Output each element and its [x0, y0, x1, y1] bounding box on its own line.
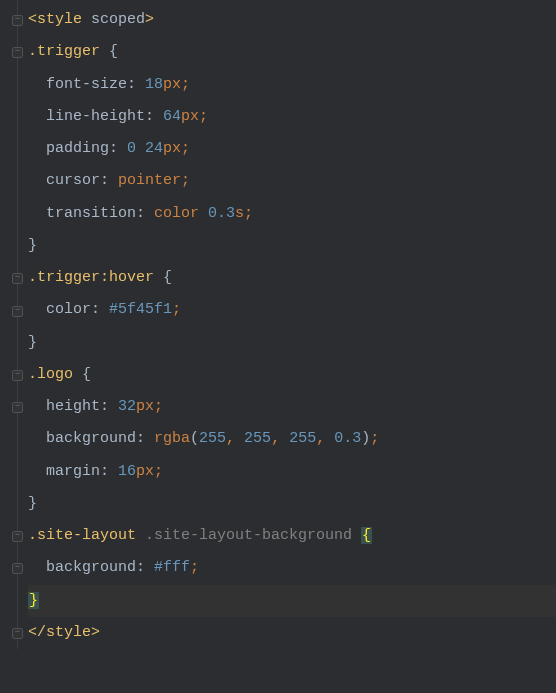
- code-line[interactable]: font-size: 18px;: [28, 69, 556, 101]
- unit: s: [235, 205, 244, 222]
- code-line[interactable]: }: [28, 327, 556, 359]
- gutter: [0, 4, 24, 653]
- fold-icon[interactable]: [12, 402, 23, 413]
- property: height: [28, 398, 100, 415]
- space: [199, 205, 208, 222]
- brace: {: [100, 43, 118, 60]
- semi: ;: [154, 398, 163, 415]
- fold-icon[interactable]: [12, 370, 23, 381]
- semi: ;: [199, 108, 208, 125]
- colon: :: [100, 172, 118, 189]
- colon: :: [91, 301, 109, 318]
- tag-close: >: [145, 11, 154, 28]
- tag-open: </: [28, 624, 46, 641]
- code-line[interactable]: line-height: 64px;: [28, 101, 556, 133]
- number: 24: [145, 140, 163, 157]
- fold-icon[interactable]: [12, 15, 23, 26]
- semi: ;: [244, 205, 253, 222]
- property: color: [28, 301, 91, 318]
- value: color: [154, 205, 199, 222]
- brace: }: [28, 334, 37, 351]
- code-line[interactable]: .site-layout .site-layout-background {: [28, 520, 556, 552]
- unit: px: [163, 140, 181, 157]
- code-line[interactable]: background: #fff;: [28, 552, 556, 584]
- tag-name: style: [46, 624, 91, 641]
- colon: :: [136, 430, 154, 447]
- code-line[interactable]: <style scoped>: [28, 4, 556, 36]
- code-line-current[interactable]: }: [28, 585, 556, 617]
- code-editor[interactable]: <style scoped> .trigger { font-size: 18p…: [0, 0, 556, 649]
- number: 0: [127, 140, 136, 157]
- brace: }: [28, 237, 37, 254]
- comma: ,: [271, 430, 289, 447]
- property: font-size: [28, 76, 127, 93]
- code-line[interactable]: background: rgba(255, 255, 255, 0.3);: [28, 423, 556, 455]
- tag-name: style: [37, 11, 82, 28]
- semi: ;: [370, 430, 379, 447]
- space: [352, 527, 361, 544]
- property: margin: [28, 463, 100, 480]
- colon: :: [100, 463, 118, 480]
- semi: ;: [181, 76, 190, 93]
- fold-icon[interactable]: [12, 47, 23, 58]
- property: cursor: [28, 172, 100, 189]
- colon: :: [100, 398, 118, 415]
- selector: .site-layout: [28, 527, 136, 544]
- colon: :: [136, 559, 154, 576]
- number: 255: [244, 430, 271, 447]
- value: #5f45f1: [109, 301, 172, 318]
- code-line[interactable]: margin: 16px;: [28, 456, 556, 488]
- colon: :: [145, 108, 163, 125]
- semi: ;: [154, 463, 163, 480]
- paren: (: [190, 430, 199, 447]
- code-line[interactable]: height: 32px;: [28, 391, 556, 423]
- brace-match: }: [28, 592, 39, 609]
- code-line[interactable]: padding: 0 24px;: [28, 133, 556, 165]
- space: [136, 527, 145, 544]
- unit: px: [136, 463, 154, 480]
- fold-icon[interactable]: [12, 273, 23, 284]
- code-line[interactable]: }: [28, 488, 556, 520]
- fold-icon[interactable]: [12, 531, 23, 542]
- paren: ): [361, 430, 370, 447]
- space: [136, 140, 145, 157]
- code-line[interactable]: </style>: [28, 617, 556, 649]
- property: padding: [28, 140, 109, 157]
- fold-icon[interactable]: [12, 563, 23, 574]
- property: transition: [28, 205, 136, 222]
- number: 255: [289, 430, 316, 447]
- property: background: [28, 559, 136, 576]
- number: 16: [118, 463, 136, 480]
- unit: px: [163, 76, 181, 93]
- semi: ;: [172, 301, 181, 318]
- comma: ,: [316, 430, 334, 447]
- code-line[interactable]: }: [28, 230, 556, 262]
- value: pointer: [118, 172, 181, 189]
- code-line[interactable]: color: #5f45f1;: [28, 294, 556, 326]
- comma: ,: [226, 430, 244, 447]
- fold-icon[interactable]: [12, 306, 23, 317]
- selector: .logo: [28, 366, 73, 383]
- brace-match: {: [361, 527, 372, 544]
- code-line[interactable]: transition: color 0.3s;: [28, 198, 556, 230]
- property: background: [28, 430, 136, 447]
- fold-icon[interactable]: [12, 628, 23, 639]
- number: 255: [199, 430, 226, 447]
- brace: {: [73, 366, 91, 383]
- semi: ;: [181, 172, 190, 189]
- colon: :: [127, 76, 145, 93]
- code-line[interactable]: cursor: pointer;: [28, 165, 556, 197]
- semi: ;: [181, 140, 190, 157]
- pseudo: :hover: [100, 269, 154, 286]
- attr: scoped: [82, 11, 145, 28]
- code-line[interactable]: .trigger:hover {: [28, 262, 556, 294]
- selector: .trigger: [28, 43, 100, 60]
- function: rgba: [154, 430, 190, 447]
- code-line[interactable]: .logo {: [28, 359, 556, 391]
- code-line[interactable]: .trigger {: [28, 36, 556, 68]
- colon: :: [136, 205, 154, 222]
- selector: .trigger: [28, 269, 100, 286]
- number: 0.3: [334, 430, 361, 447]
- property: line-height: [28, 108, 145, 125]
- brace: }: [28, 495, 37, 512]
